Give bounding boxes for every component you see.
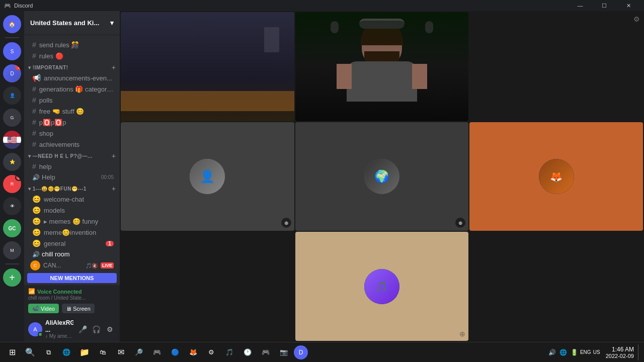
home-icon: 🏠 — [9, 21, 16, 28]
channel-help-voice[interactable]: 🔊 Help 00:05 — [26, 172, 118, 183]
category-important[interactable]: ▾ !IMPORTANT! + — [24, 61, 120, 72]
titlebar-title: Discord — [14, 3, 33, 9]
discord-taskbar-icon: D — [299, 349, 303, 356]
category-help[interactable]: ▾ —NEED H E L P?@—... + — [24, 150, 120, 161]
system-tray: 🔊 🌐 🔋 ENG US — [547, 347, 602, 357]
taskbar-firefox[interactable]: 🦊 — [185, 344, 201, 360]
hash-icon: 😊 — [32, 217, 41, 225]
taskbar-right: 🔊 🌐 🔋 ENG US 1:46 AM 2022-02-09 — [547, 344, 640, 360]
user-avatar-video-1: 👤 — [190, 159, 225, 194]
close-button[interactable]: ✕ — [617, 0, 640, 11]
tray-icon-2[interactable]: 🌐 — [558, 347, 569, 357]
video-cell-user1: 👤 ⊕ — [121, 122, 294, 231]
taskview-button[interactable]: ⧉ — [40, 344, 56, 360]
server-icon-2[interactable]: D 1 — [3, 64, 21, 82]
server-icon-5[interactable]: ⭐ — [3, 153, 21, 171]
show-desktop-button[interactable] — [638, 344, 640, 360]
taskbar-settings[interactable]: ⚙ — [203, 344, 219, 360]
pin-icon-2[interactable]: ⊕ — [455, 218, 465, 228]
overlay-icon: ⊕ — [459, 330, 465, 338]
channel-announcements[interactable]: 📢 announcements-even... — [26, 72, 118, 83]
server-icon-8[interactable]: M — [3, 241, 21, 259]
taskbar-clock-display[interactable]: 1:46 AM 2022-02-09 — [606, 346, 634, 359]
channel-meme-invention[interactable]: 😊 meme😊invention — [26, 227, 118, 238]
new-mentions-bar[interactable]: NEW MENTIONS — [27, 273, 117, 283]
taskbar-search2[interactable]: 🔎 — [131, 344, 147, 360]
taskbar-clock[interactable]: 🕐 — [239, 344, 256, 360]
taskbar-music[interactable]: 🎵 — [221, 344, 237, 360]
voice-user-can[interactable]: C CAN... 🎵🔇 LIVE — [26, 259, 118, 271]
channel-generations[interactable]: # generations 🎁 categories — [26, 83, 118, 95]
search-taskbar-button[interactable]: 🔍 — [22, 344, 38, 360]
video-cell-orange: 🦊 — [469, 122, 643, 231]
channel-free-stuff[interactable]: # free 🤜 stuff 😊 — [26, 106, 118, 117]
channel-rules[interactable]: # rules 🔴 — [26, 50, 118, 61]
discord-logo: 🎮 — [4, 3, 11, 9]
tray-icon-3[interactable]: 🔋 — [570, 347, 580, 357]
screen-icon: 🖥 — [66, 306, 71, 312]
server-icon-4[interactable]: G — [3, 109, 21, 127]
hash-icon: # — [32, 140, 36, 148]
server-icon-1[interactable]: S — [3, 42, 21, 60]
clock-date: 2022-02-09 — [606, 353, 634, 359]
channel-shop[interactable]: # shop — [26, 128, 118, 139]
channel-welcome-chat[interactable]: 😊 welcome-chat — [26, 194, 118, 205]
user-panel: A AliAlexRG ... ♪ My ameria... 🎤 🎧 ⚙ — [24, 316, 120, 342]
channel-pop[interactable]: # p🅾️p🅾️p — [26, 117, 118, 128]
add-channel-icon-3[interactable]: + — [112, 185, 116, 193]
server-name-header[interactable]: United States and Ki... ▾ — [24, 11, 120, 35]
channel-polls[interactable]: # polls — [26, 95, 118, 106]
user-avatar: C — [30, 260, 40, 270]
live-badge: LIVE — [101, 262, 114, 268]
maximize-button[interactable]: ☐ — [593, 0, 616, 11]
hash-icon: 😊 — [32, 195, 41, 203]
hash-icon: # — [32, 96, 36, 104]
taskbar-store[interactable]: 🛍 — [95, 344, 111, 360]
server-list: 🏠 S D 1 👤 G 🇺🇸 ⭐ R 3 👁 GC — [0, 11, 24, 342]
settings-button[interactable]: ⚙ — [104, 323, 116, 335]
taskbar-games[interactable]: 🎮 — [258, 344, 274, 360]
taskbar-discord-2[interactable]: D — [294, 345, 308, 359]
tray-icon-1[interactable]: 🔊 — [547, 347, 557, 357]
tray-icon-us[interactable]: US — [592, 347, 602, 357]
video-button[interactable]: 📹 Video — [28, 304, 59, 313]
mute-button[interactable]: 🎤 — [76, 323, 89, 335]
add-channel-icon-2[interactable]: + — [112, 152, 116, 160]
current-user-status: ♪ My ameria... — [45, 333, 73, 339]
taskbar-chrome[interactable]: 🔵 — [167, 344, 183, 360]
deafen-button[interactable]: 🎧 — [90, 323, 102, 335]
server-icon-7[interactable]: 👁 — [3, 197, 21, 215]
server-icon-6[interactable]: R 3 — [3, 175, 21, 193]
taskbar-discord-app[interactable]: 🎮 — [149, 344, 165, 360]
home-server-icon[interactable]: 🏠 — [3, 15, 21, 33]
tray-icon-4[interactable]: ENG — [581, 347, 591, 357]
add-server-button[interactable]: + — [3, 268, 21, 287]
server-icon-gc[interactable]: GC — [3, 219, 21, 237]
category-fun[interactable]: ▾ 1---😀😊😁FUN😁---1 + — [24, 183, 120, 194]
server-icon-flag[interactable]: 🇺🇸 — [3, 131, 21, 149]
taskbar-mail[interactable]: ✉ — [113, 344, 129, 360]
screen-button[interactable]: 🖥 Screen — [62, 304, 95, 313]
start-button[interactable]: ⊞ — [4, 344, 20, 360]
channel-general[interactable]: 😊 general 1 — [26, 238, 118, 249]
pin-icon[interactable]: ⊕ — [281, 218, 291, 228]
top-right-icon: ⚙ — [633, 15, 640, 23]
channel-achievements[interactable]: # achievements — [26, 139, 118, 150]
video-grid: Watch Stream — [120, 11, 644, 342]
taskbar-explorer[interactable]: 📁 — [76, 344, 93, 360]
taskbar-camera[interactable]: 📷 — [276, 344, 292, 360]
add-icon: + — [9, 272, 15, 284]
voice-connected-panel: 📶 Voice Connected chill room / United St… — [24, 285, 120, 316]
server-icon-3[interactable]: 👤 — [3, 86, 21, 105]
titlebar-left: 🎮 Discord — [4, 3, 33, 9]
channel-models[interactable]: 😊 models — [26, 205, 118, 216]
channel-send-rules[interactable]: # send rules 🎊 — [26, 39, 118, 50]
add-channel-icon[interactable]: + — [112, 63, 116, 71]
channel-memes[interactable]: 😊 ▸ memes 😊 funny — [26, 216, 118, 227]
sidebar: United States and Ki... ▾ # send rules 🎊… — [24, 11, 120, 342]
channel-help-text[interactable]: # help — [26, 161, 118, 172]
hash-icon: 😊 — [32, 228, 41, 236]
channel-chill-room[interactable]: 🔊 chill room — [26, 249, 118, 259]
taskbar-edge[interactable]: 🌐 — [58, 344, 74, 360]
minimize-button[interactable]: — — [569, 0, 592, 11]
